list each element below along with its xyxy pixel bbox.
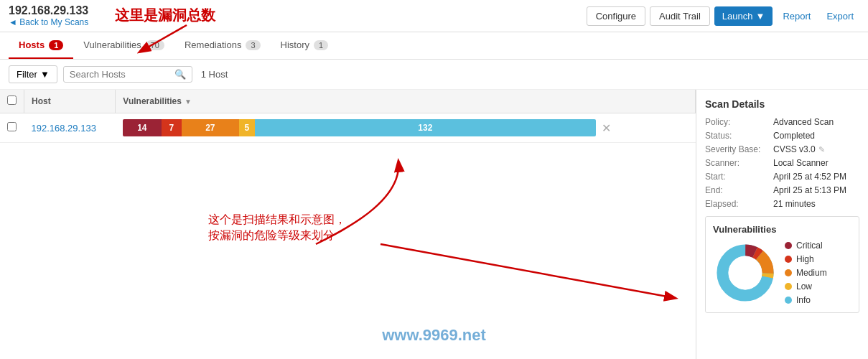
detail-elapsed-value: 21 minutes — [773, 199, 816, 209]
legend-medium-dot — [785, 269, 792, 276]
top-bar-left: 192.168.29.133 ◄ Back to My Scans — [9, 4, 88, 27]
detail-policy-label: Policy: — [705, 117, 773, 127]
detail-start-label: Start: — [705, 172, 773, 182]
launch-button[interactable]: Launch ▼ — [714, 6, 773, 26]
detail-status-label: Status: — [705, 131, 773, 141]
page-title: 192.168.29.133 — [9, 4, 88, 17]
col-vuln-sort-icon: ▼ — [185, 98, 192, 106]
legend-info-label: Info — [796, 295, 811, 305]
tab-remediations-label: Remediations — [185, 39, 242, 50]
bar-info: 132 — [255, 119, 596, 136]
detail-policy-value: Advanced Scan — [773, 117, 834, 127]
vuln-bar: 14 7 27 5 132 — [123, 119, 596, 136]
tab-vulnerabilities[interactable]: Vulnerabilities 70 — [73, 32, 174, 59]
detail-scanner: Scanner: Local Scanner — [705, 158, 859, 168]
filter-label: Filter — [17, 69, 37, 80]
row-checkbox[interactable] — [7, 122, 17, 131]
detail-scanner-value: Local Scanner — [773, 158, 829, 168]
search-wrap: 🔍 — [63, 66, 192, 83]
hosts-table: Host Vulnerabilities ▼ 192.168.29.133 — [0, 90, 696, 143]
tab-vulnerabilities-count: 70 — [146, 40, 164, 50]
legend-critical-dot — [785, 242, 792, 249]
top-bar: 192.168.29.133 ◄ Back to My Scans Config… — [0, 0, 868, 32]
detail-end-label: End: — [705, 185, 773, 195]
donut-chart — [713, 241, 778, 305]
legend-medium: Medium — [785, 268, 827, 278]
tab-vulnerabilities-label: Vulnerabilities — [83, 39, 141, 50]
main-content: Host Vulnerabilities ▼ 192.168.29.133 — [0, 90, 868, 359]
legend-info: Info — [785, 295, 827, 305]
select-all-checkbox[interactable] — [7, 95, 17, 105]
bar-critical: 14 — [123, 119, 162, 136]
detail-status-value: Completed — [773, 131, 815, 141]
chart-area: Critical High Medium Low — [713, 241, 851, 305]
legend-low: Low — [785, 281, 827, 292]
detail-start: Start: April 25 at 4:52 PM — [705, 172, 859, 182]
col-checkbox — [0, 90, 24, 113]
legend-low-dot — [785, 283, 792, 290]
scan-details-title: Scan Details — [705, 98, 859, 110]
bar-medium: 27 — [182, 119, 239, 136]
bar-low: 5 — [239, 119, 255, 136]
sidebar: Scan Details Policy: Advanced Scan Statu… — [696, 90, 868, 359]
col-host: Host — [24, 90, 116, 113]
svg-point-5 — [729, 256, 762, 290]
detail-elapsed: Elapsed: 21 minutes — [705, 199, 859, 209]
detail-scanner-label: Scanner: — [705, 158, 773, 168]
launch-dropdown-arrow[interactable]: ▼ — [756, 11, 765, 22]
detail-end-value: April 25 at 5:13 PM — [773, 185, 846, 195]
col-vulnerabilities[interactable]: Vulnerabilities ▼ — [116, 90, 696, 113]
filter-button[interactable]: Filter ▼ — [9, 65, 57, 83]
host-count: 1 Host — [201, 69, 228, 80]
legend: Critical High Medium Low — [785, 241, 827, 305]
edit-severity-icon[interactable]: ✎ — [818, 145, 825, 154]
row-checkbox-cell — [0, 113, 24, 143]
detail-elapsed-label: Elapsed: — [705, 199, 773, 209]
tab-remediations[interactable]: Remediations 3 — [174, 32, 271, 59]
tabs-bar: Hosts 1 Vulnerabilities 70 Remediations … — [0, 32, 868, 60]
legend-critical-label: Critical — [796, 241, 823, 251]
vuln-chart-box: Vulnerabilities — [705, 216, 859, 313]
vuln-bar-wrap: 14 7 27 5 132 ✕ — [123, 119, 611, 136]
launch-label: Launch — [722, 11, 753, 22]
tab-history[interactable]: History 1 — [271, 32, 339, 59]
table-row: 192.168.29.133 14 7 27 5 132 ✕ — [0, 113, 696, 143]
detail-start-value: April 25 at 4:52 PM — [773, 172, 846, 182]
detail-policy: Policy: Advanced Scan — [705, 117, 859, 127]
tab-hosts[interactable]: Hosts 1 — [9, 32, 73, 59]
table-area: Host Vulnerabilities ▼ 192.168.29.133 — [0, 90, 696, 359]
legend-medium-label: Medium — [796, 268, 827, 278]
back-to-scans-link[interactable]: ◄ Back to My Scans — [9, 17, 88, 27]
row-vulns: 14 7 27 5 132 ✕ — [116, 113, 696, 143]
vuln-chart-title: Vulnerabilities — [713, 224, 851, 235]
col-vuln-label: Vulnerabilities — [123, 96, 182, 106]
tab-history-label: History — [281, 39, 309, 50]
detail-status: Status: Completed — [705, 131, 859, 141]
audit-trail-button[interactable]: Audit Trail — [650, 6, 710, 26]
filter-arrow-icon: ▼ — [40, 69, 50, 80]
legend-critical: Critical — [785, 241, 827, 251]
search-icon: 🔍 — [174, 69, 186, 80]
legend-low-label: Low — [796, 281, 812, 292]
tab-hosts-label: Hosts — [19, 39, 45, 50]
tab-history-count: 1 — [314, 40, 328, 50]
filter-bar: Filter ▼ 🔍 1 Host — [0, 60, 868, 90]
legend-high-label: High — [796, 254, 814, 264]
top-bar-right: Configure Audit Trail Launch ▼ Report Ex… — [587, 6, 859, 26]
bar-high: 7 — [162, 119, 182, 136]
detail-severity-label: Severity Base: — [705, 144, 773, 154]
detail-severity: Severity Base: CVSS v3.0 ✎ — [705, 144, 859, 154]
search-input[interactable] — [70, 69, 174, 80]
legend-info-dot — [785, 297, 792, 304]
detail-severity-value: CVSS v3.0 ✎ — [773, 144, 825, 154]
configure-button[interactable]: Configure — [587, 6, 645, 26]
legend-high-dot — [785, 256, 792, 263]
export-button[interactable]: Export — [821, 7, 859, 25]
row-host[interactable]: 192.168.29.133 — [24, 113, 116, 143]
close-row-button[interactable]: ✕ — [596, 121, 611, 135]
tab-hosts-count: 1 — [49, 40, 63, 50]
tab-remediations-count: 3 — [246, 40, 260, 50]
report-button[interactable]: Report — [777, 7, 816, 25]
legend-high: High — [785, 254, 827, 264]
detail-end: End: April 25 at 5:13 PM — [705, 185, 859, 195]
